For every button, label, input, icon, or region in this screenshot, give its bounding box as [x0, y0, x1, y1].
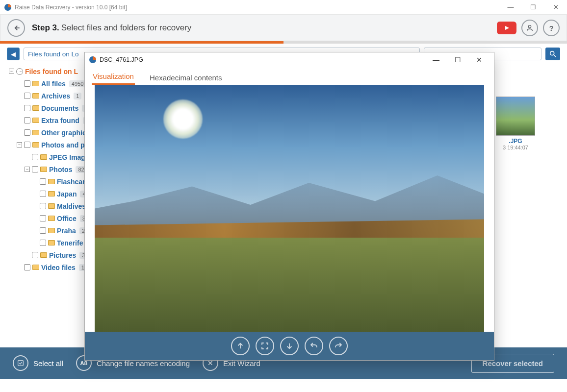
nav-back-square-button[interactable]: ◀: [7, 48, 20, 60]
preview-tabs: Visualization Hexadecimal contents: [85, 67, 494, 85]
preview-toolbar: [85, 332, 494, 360]
folder-icon: [48, 191, 55, 196]
help-button[interactable]: ?: [543, 20, 560, 36]
svg-rect-5: [18, 361, 24, 366]
fullscreen-button[interactable]: [256, 337, 274, 355]
thumbnail-image-icon: [496, 97, 535, 136]
app-logo-icon: [4, 3, 12, 11]
back-button[interactable]: [7, 19, 25, 37]
folder-icon: [32, 93, 39, 98]
preview-minimize-button[interactable]: —: [425, 53, 447, 67]
folder-icon: [32, 105, 39, 111]
preview-close-button[interactable]: ✕: [468, 53, 490, 67]
folder-icon: [32, 118, 39, 123]
file-thumbnail[interactable]: .JPG 3 19:44:07: [489, 97, 542, 150]
clock-icon: [16, 68, 23, 75]
folder-icon: [48, 216, 55, 221]
app-logo-icon: [89, 56, 97, 64]
wizard-progress: [0, 41, 567, 44]
svg-line-4: [554, 55, 556, 57]
folder-icon: [32, 130, 39, 135]
tab-visualization[interactable]: Visualization: [92, 69, 135, 85]
folder-icon: [48, 179, 55, 184]
preview-title: DSC_4761.JPG: [100, 56, 143, 63]
folder-icon: [32, 142, 39, 147]
select-all-icon: [13, 355, 28, 371]
folder-icon: [48, 228, 55, 233]
folder-icon: [48, 240, 55, 245]
preview-maximize-button[interactable]: ☐: [447, 53, 468, 67]
arrow-up-button[interactable]: [231, 337, 250, 355]
folder-icon: [40, 154, 47, 160]
preview-image: [95, 85, 484, 332]
file-timestamp: 3 19:44:07: [489, 145, 542, 150]
folder-icon: [40, 252, 47, 258]
window-titlebar: Raise Data Recovery - version 10.0 [64 b…: [0, 0, 567, 15]
folder-icon: [48, 203, 55, 209]
youtube-help-button[interactable]: [497, 22, 516, 34]
redo-button[interactable]: [329, 337, 348, 355]
file-name: .JPG: [489, 138, 542, 145]
window-title: Raise Data Recovery - version 10.0 [64 b…: [15, 4, 127, 11]
preview-window: DSC_4761.JPG — ☐ ✕ Visualization Hexadec…: [84, 52, 494, 361]
svg-marker-1: [505, 26, 509, 30]
account-button[interactable]: [521, 20, 538, 36]
window-close-button[interactable]: ✕: [544, 0, 567, 15]
folder-icon: [32, 81, 39, 86]
tab-hexadecimal[interactable]: Hexadecimal contents: [149, 71, 223, 85]
folder-icon: [32, 265, 39, 270]
select-all-button[interactable]: Select all: [13, 355, 63, 371]
svg-point-2: [528, 25, 531, 28]
step-title: Step 3.Select files and folders for reco…: [32, 23, 191, 33]
step-header: Step 3.Select files and folders for reco…: [0, 15, 567, 41]
undo-button[interactable]: [305, 337, 323, 355]
preview-titlebar: DSC_4761.JPG — ☐ ✕: [85, 52, 494, 67]
window-maximize-button[interactable]: ☐: [522, 0, 544, 15]
svg-point-3: [550, 51, 554, 55]
search-button[interactable]: [545, 48, 560, 60]
arrow-down-button[interactable]: [280, 337, 299, 355]
folder-icon: [40, 167, 47, 172]
window-minimize-button[interactable]: —: [499, 0, 522, 15]
